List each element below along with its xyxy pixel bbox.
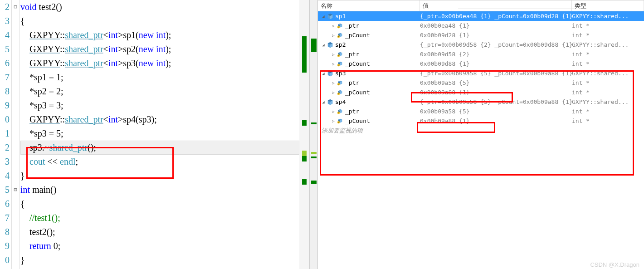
fold-marker[interactable]	[12, 225, 19, 239]
fold-marker[interactable]	[12, 141, 19, 155]
line-number: 8	[0, 225, 10, 239]
line-number: 3	[0, 155, 10, 169]
col-name-header[interactable]: 名称	[318, 0, 420, 11]
fold-marker[interactable]	[12, 42, 19, 56]
col-type-header[interactable]: 类型	[572, 0, 644, 11]
watch-row[interactable]: ▷_pCount0x00b09a88 {1}int *	[318, 116, 644, 126]
fold-marker[interactable]	[12, 84, 19, 98]
fold-marker[interactable]	[12, 112, 19, 127]
fold-marker[interactable]	[12, 98, 19, 112]
field-icon	[337, 118, 343, 124]
watch-row[interactable]: ▷_pCount0x00b09d88 {1}int *	[318, 59, 644, 68]
fold-marker[interactable]	[12, 155, 19, 169]
line-number: 7	[0, 211, 10, 225]
object-icon	[327, 70, 333, 77]
watch-row[interactable]: ▷_ptr0x00b09a58 {5}int *	[318, 107, 644, 116]
expander-icon[interactable]: ◢	[321, 42, 326, 48]
line-number: 8	[0, 84, 10, 98]
expander-icon[interactable]: ▷	[331, 61, 336, 67]
watch-row[interactable]: ◢sp3{_ptr=0x00b09a58 {5} _pCount=0x00b09…	[318, 68, 644, 78]
code-line[interactable]: GXPYY::shared_ptr<int>sp2(new int);	[20, 42, 299, 56]
line-number: 6	[0, 56, 10, 70]
fold-marker[interactable]	[12, 253, 19, 267]
code-area[interactable]: void test2(){ GXPYY::shared_ptr<int>sp1(…	[20, 0, 299, 269]
code-line[interactable]: GXPYY::shared_ptr<int>sp3(new int);	[20, 56, 299, 70]
code-line[interactable]: {	[20, 14, 299, 28]
watch-name-cell: ◢sp2	[318, 41, 420, 48]
expander-icon[interactable]: ▷	[331, 109, 336, 114]
watch-name-cell: ▷_ptr	[318, 79, 420, 86]
fold-marker[interactable]	[12, 28, 19, 42]
fold-marker[interactable]	[12, 127, 19, 141]
fold-marker[interactable]	[12, 70, 19, 84]
code-line[interactable]: return 0;	[20, 239, 299, 253]
expander-icon[interactable]: ◢	[321, 71, 326, 76]
scroll-track[interactable]	[309, 0, 317, 269]
watch-row[interactable]: ▷_ptr0x00b09d58 {2}int *	[318, 49, 644, 59]
watch-name-cell: ▷_ptr	[318, 51, 420, 58]
code-line[interactable]: *sp1 = 1;	[20, 70, 299, 84]
fold-marker[interactable]: ⊟	[12, 183, 19, 197]
watch-row[interactable]: ◢sp2{_ptr=0x00b09d58 {2} _pCount=0x00b09…	[318, 40, 644, 49]
watch-row[interactable]: ◢sp1{_ptr=0x00b0ea48 {1} _pCount=0x00b09…	[318, 11, 644, 21]
watch-type: int *	[572, 60, 644, 67]
watch-value: 0x00b0ea48 {1}	[420, 22, 572, 29]
line-number: 6	[0, 197, 10, 211]
watch-panel: 名称 值 类型 ◢sp1{_ptr=0x00b0ea48 {1} _pCount…	[317, 0, 644, 269]
layout: 2345678901234567890 ⊟ ⊟ void test2(){ GX…	[0, 0, 644, 269]
expander-icon[interactable]: ▷	[331, 90, 336, 95]
fold-marker[interactable]	[12, 169, 19, 183]
marker-green	[302, 156, 307, 161]
watch-name: _ptr	[345, 51, 359, 58]
fold-marker[interactable]: ⊟	[12, 0, 19, 14]
code-line[interactable]: *sp3 = 5;	[20, 127, 299, 141]
watch-body[interactable]: ◢sp1{_ptr=0x00b0ea48 {1} _pCount=0x00b09…	[318, 11, 644, 269]
add-watch-item[interactable]: 添加要监视的项	[318, 126, 644, 135]
code-line[interactable]: void test2()	[20, 0, 299, 14]
fold-marker[interactable]	[12, 56, 19, 70]
code-line[interactable]: test2();	[20, 225, 299, 239]
watch-type: GXPYY::shared...	[572, 13, 644, 20]
code-line[interactable]: {	[20, 197, 299, 211]
code-line[interactable]: }	[20, 253, 299, 267]
fold-marker[interactable]	[12, 14, 19, 28]
code-line[interactable]: GXPYY::shared_ptr<int>sp4(sp3);	[20, 112, 299, 127]
code-line[interactable]: GXPYY::shared_ptr<int>sp1(new int);	[20, 28, 299, 42]
watch-type: int *	[572, 22, 644, 29]
fold-marker[interactable]	[12, 239, 19, 253]
expander-icon[interactable]: ▷	[331, 23, 336, 29]
code-line[interactable]: //test1();	[20, 211, 299, 225]
code-line[interactable]: }	[20, 169, 299, 183]
code-line[interactable]: cout << endl;	[20, 155, 299, 169]
fold-marker[interactable]	[12, 197, 19, 211]
fold-marker[interactable]	[12, 211, 19, 225]
line-number: 5	[0, 42, 10, 56]
outline-gutter[interactable]: ⊟ ⊟	[11, 0, 20, 269]
watch-name-cell: ▷_ptr	[318, 108, 420, 115]
code-line[interactable]: sp3.~shared_ptr();	[20, 141, 299, 155]
watch-row[interactable]: ▷_ptr0x00b0ea48 {1}int *	[318, 21, 644, 30]
scroll-mark	[311, 157, 317, 158]
watch-row[interactable]: ▷_ptr0x00b09a58 {5}int *	[318, 78, 644, 88]
expander-icon[interactable]: ▷	[331, 118, 336, 124]
expander-icon[interactable]: ▷	[331, 33, 336, 38]
watch-row[interactable]: ◢sp4{_ptr=0x00b09a58 {5} _pCount=0x00b09…	[318, 97, 644, 107]
watch-row[interactable]: ▷_pCount0x00b09a88 {1}int *	[318, 88, 644, 97]
scroll-mark	[311, 152, 317, 154]
watch-type: int *	[572, 108, 644, 115]
code-line[interactable]: int main()	[20, 183, 299, 197]
watch-value: 0x00b09d58 {2}	[420, 51, 572, 58]
watch-row[interactable]: ▷_pCount0x00b09d28 {1}int *	[318, 30, 644, 40]
expander-icon[interactable]: ◢	[321, 99, 326, 105]
expander-icon[interactable]: ▷	[331, 80, 336, 86]
watermark: CSDN @X.Dragon	[590, 261, 639, 268]
object-icon	[327, 13, 333, 20]
code-line[interactable]: *sp3 = 3;	[20, 98, 299, 112]
expander-icon[interactable]: ◢	[321, 14, 326, 19]
watch-name-cell: ▷_pCount	[318, 117, 420, 124]
watch-value: 0x00b09a88 {1}	[420, 117, 572, 124]
toolbar-strip	[458, 0, 576, 9]
expander-icon[interactable]: ▷	[331, 52, 336, 57]
watch-type: GXPYY::shared...	[572, 98, 644, 105]
code-line[interactable]: *sp2 = 2;	[20, 84, 299, 98]
